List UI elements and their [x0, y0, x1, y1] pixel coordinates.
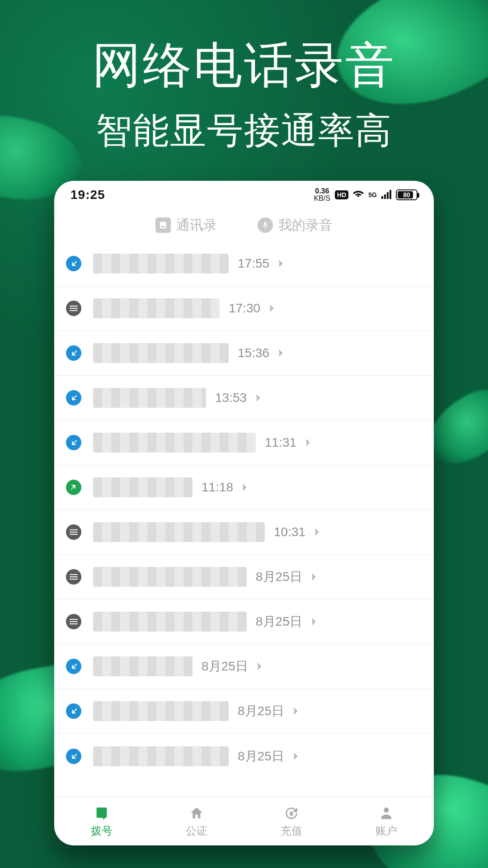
account-icon: [378, 805, 395, 822]
chevron-right-icon: [303, 438, 313, 448]
nav-dial[interactable]: 拨号: [54, 797, 149, 845]
svg-rect-1: [384, 194, 386, 199]
tab-recordings[interactable]: 我的录音: [258, 216, 333, 235]
hero-subtitle: 智能显号接通率高: [0, 107, 488, 156]
signal-icon: [381, 188, 391, 202]
nav-dial-label: 拨号: [91, 824, 113, 838]
incoming-call-icon: [66, 435, 81, 450]
redacted-caller-name: [93, 701, 229, 721]
call-row[interactable]: 10:31: [54, 510, 434, 555]
status-bar: 19:25 0.36KB/S HD 5G 80: [54, 181, 434, 209]
call-time: 13:53: [215, 391, 247, 405]
call-row[interactable]: 8月25日: [54, 734, 434, 778]
call-row[interactable]: 15:36: [54, 331, 434, 376]
call-log-icon: [66, 301, 81, 316]
nav-notary[interactable]: 公证: [149, 797, 244, 845]
chevron-right-icon: [276, 259, 286, 269]
net-speed: 0.36KB/S: [314, 188, 330, 202]
call-row[interactable]: 8月25日: [54, 689, 434, 734]
redacted-caller-name: [93, 567, 247, 587]
nav-recharge[interactable]: 充值: [244, 797, 339, 845]
call-time: 8月25日: [256, 568, 302, 585]
call-time: 17:30: [229, 301, 260, 316]
chevron-right-icon: [312, 527, 322, 537]
home-icon: [188, 805, 205, 822]
incoming-call-icon: [66, 659, 81, 674]
chevron-right-icon: [309, 617, 319, 627]
svg-rect-3: [389, 190, 391, 199]
call-time: 8月25日: [238, 703, 284, 720]
redacted-caller-name: [93, 522, 265, 542]
call-time: 15:36: [238, 346, 269, 360]
call-log-icon: [66, 524, 81, 540]
incoming-call-icon: [66, 390, 81, 406]
call-row[interactable]: 8月25日: [54, 644, 434, 689]
call-row[interactable]: 8月25日: [54, 555, 434, 599]
call-row[interactable]: 17:30: [54, 286, 434, 331]
tab-contacts[interactable]: 通讯录: [155, 216, 217, 235]
contacts-icon: [155, 217, 171, 233]
redacted-caller-name: [93, 254, 229, 274]
redacted-caller-name: [93, 612, 247, 632]
call-time: 11:31: [265, 435, 296, 450]
call-time: 8月25日: [238, 748, 284, 765]
incoming-call-icon: [66, 749, 81, 764]
microphone-icon: [258, 217, 273, 233]
chevron-right-icon: [291, 751, 300, 761]
bottom-nav: 拨号 公证 充值 账户: [54, 797, 434, 845]
call-log-icon: [66, 614, 81, 629]
call-time: 8月25日: [256, 613, 302, 630]
call-time: 8月25日: [202, 658, 248, 675]
call-time: 10:31: [274, 525, 305, 539]
incoming-call-icon: [66, 256, 81, 271]
recharge-icon: [283, 805, 300, 822]
incoming-call-icon: [66, 703, 81, 719]
call-row[interactable]: 8月25日: [54, 599, 434, 644]
call-time: 17:55: [238, 256, 269, 271]
incoming-call-icon: [66, 345, 81, 361]
call-list[interactable]: 17:5517:3015:3613:5311:3111:1810:318月25日…: [54, 241, 434, 778]
redacted-caller-name: [93, 388, 206, 408]
chevron-right-icon: [253, 393, 263, 403]
battery-icon: 80: [396, 189, 418, 200]
redacted-caller-name: [93, 746, 229, 766]
redacted-caller-name: [93, 343, 229, 363]
nav-notary-label: 公证: [186, 824, 207, 838]
chevron-right-icon: [276, 348, 286, 358]
nav-account[interactable]: 账户: [339, 797, 434, 845]
call-row[interactable]: 13:53: [54, 376, 434, 420]
call-row[interactable]: 11:31: [54, 420, 434, 465]
redacted-caller-name: [93, 656, 192, 676]
chevron-right-icon: [309, 572, 319, 582]
nav-recharge-label: 充值: [281, 824, 302, 838]
chevron-right-icon: [239, 482, 249, 492]
chevron-right-icon: [267, 303, 277, 313]
nav-account-label: 账户: [375, 824, 397, 838]
chevron-right-icon: [291, 706, 300, 716]
redacted-caller-name: [93, 477, 192, 497]
wifi-icon: [353, 188, 364, 202]
phone-mockup: 19:25 0.36KB/S HD 5G 80 通讯录: [54, 181, 434, 845]
call-row[interactable]: 11:18: [54, 465, 434, 510]
chevron-right-icon: [254, 661, 264, 671]
outgoing-call-icon: [66, 480, 81, 495]
call-log-icon: [66, 569, 81, 585]
tab-recordings-label: 我的录音: [278, 216, 333, 235]
redacted-caller-name: [93, 433, 256, 453]
hd-badge-icon: HD: [335, 190, 348, 199]
svg-rect-2: [387, 192, 389, 199]
dialpad-icon: [93, 805, 110, 822]
status-time: 19:25: [70, 188, 105, 202]
call-row[interactable]: 17:55: [54, 241, 434, 286]
signal-label: 5G: [368, 191, 377, 198]
redacted-caller-name: [93, 298, 220, 318]
tab-contacts-label: 通讯录: [176, 216, 217, 235]
hero-title: 网络电话录音: [0, 33, 488, 99]
call-time: 11:18: [202, 480, 233, 495]
svg-rect-0: [381, 196, 383, 199]
